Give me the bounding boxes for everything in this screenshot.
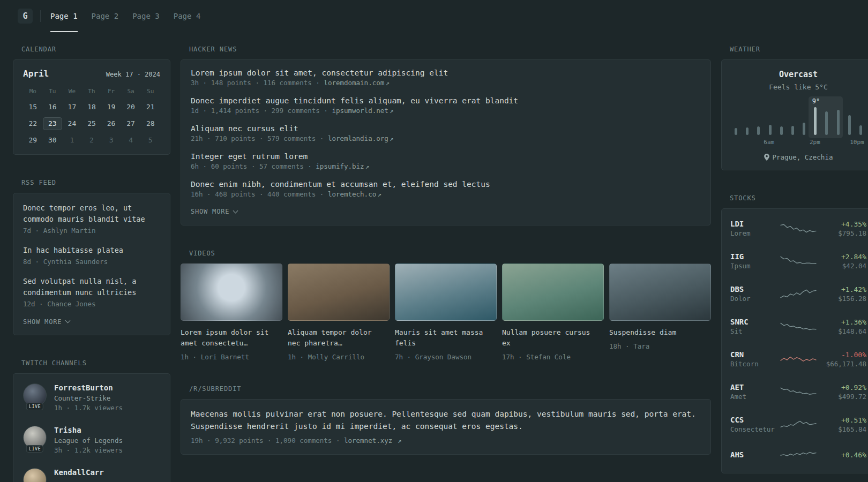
stock-values: +2.84%$42.04 [821, 253, 866, 270]
stock-row[interactable]: CCSConsectetur+0.51%$165.84 [730, 408, 866, 441]
subreddit-post-title[interactable]: Maecenas mollis pulvinar erat non posuer… [191, 408, 701, 433]
hn-item-source-link[interactable]: ipsumworld.net [332, 107, 388, 115]
hacker-news-widget-title: HACKER NEWS [189, 46, 711, 53]
video-title[interactable]: Lorem ipsum dolor sit amet consectetu… [181, 327, 282, 349]
hn-item-info: 21h · 710 points · 579 comments · [191, 134, 328, 142]
app-logo[interactable]: G [18, 9, 33, 24]
calendar-day: 2 [82, 134, 102, 147]
twitch-channel-name[interactable]: KendallCarr [54, 468, 104, 477]
chevron-down-icon [233, 208, 238, 213]
video-card[interactable]: Suspendisse diam18h · Tara [609, 263, 711, 361]
hn-item-source-link[interactable]: ipsumify.biz [316, 162, 364, 170]
stock-row[interactable]: LDILorem+4.35%$795.18 [730, 212, 866, 245]
twitch-channel[interactable]: LIVEForrestBurtonCounter-Strike1h · 1.7k… [23, 383, 160, 412]
rss-show-more-button[interactable]: SHOW MORE [23, 318, 160, 326]
avatar [23, 468, 47, 482]
dashboard: CALENDAR April Week 17 · 2024 MoTuWeThFr… [0, 32, 868, 482]
hn-item: Donec enim nibh, condimentum et accumsan… [191, 180, 701, 198]
twitch-channel-info: ForrestBurtonCounter-Strike1h · 1.7k vie… [54, 383, 123, 412]
stock-values: +1.36%$148.64 [821, 318, 866, 335]
video-meta: 1h · Molly Carrillo [288, 353, 390, 361]
calendar-day: 23 [43, 117, 63, 130]
stock-row[interactable]: CRNBitcorn-1.00%$66,171.48 [730, 343, 866, 375]
hn-item-title[interactable]: Lorem ipsum dolor sit amet, consectetur … [191, 69, 701, 77]
hn-show-more-button[interactable]: SHOW MORE [191, 208, 701, 215]
stock-symbol: IIG [730, 252, 775, 261]
video-title[interactable]: Mauris sit amet massa felis [395, 327, 497, 349]
external-link-icon [377, 190, 381, 198]
video-thumbnail[interactable] [502, 263, 604, 321]
video-thumbnail[interactable] [395, 263, 497, 321]
twitch-channel-game[interactable]: League of Legends [54, 436, 123, 445]
calendar-day: 4 [121, 134, 141, 147]
live-badge: LIVE [26, 445, 43, 453]
avatar-image [23, 468, 47, 482]
video-card[interactable]: Nullam posuere cursus ex17h · Stefan Col… [502, 263, 604, 361]
tab-page-4[interactable]: Page 4 [174, 0, 201, 32]
hn-item-source-link[interactable]: loremtech.co [328, 190, 376, 198]
stock-change: -1.00% [821, 351, 866, 359]
hn-item-title[interactable]: Donec imperdiet augue tincidunt felis al… [191, 96, 701, 105]
hn-item-title[interactable]: Donec enim nibh, condimentum et accumsan… [191, 180, 701, 189]
stock-row[interactable]: IIGIpsum+2.84%$42.04 [730, 245, 866, 277]
stock-price: $148.64 [821, 327, 866, 335]
calendar-day-header: Su [140, 86, 160, 97]
rss-item-title[interactable]: Sed volutpat nulla nisl, a condimentum n… [23, 276, 160, 298]
video-title[interactable]: Aliquam tempor dolor nec pharetra… [288, 327, 390, 349]
twitch-channel-game[interactable]: Counter-Strike [54, 394, 123, 402]
stock-values: +1.42%$156.28 [821, 285, 866, 303]
hn-item-title[interactable]: Integer eget rutrum lorem [191, 152, 701, 161]
tab-page-3[interactable]: Page 3 [132, 0, 160, 32]
calendar-day: 17 [62, 101, 82, 114]
stock-id: CCSConsectetur [730, 416, 775, 433]
stock-sparkline-chart [780, 320, 817, 334]
stock-sparkline [780, 287, 817, 301]
weather-condition: Overcast [730, 70, 866, 79]
subreddit-post-source-link[interactable]: loremnet.xyz [344, 436, 392, 445]
stock-price: $165.84 [821, 425, 866, 433]
hn-item-source-link[interactable]: loremdomain.com [324, 79, 384, 87]
weather-bar [825, 111, 828, 135]
weather-card: Overcast Feels like 5°C 6am2pm10pm 9° Pr… [721, 59, 868, 170]
rss-item-title[interactable]: Donec tempor eros leo, ut commodo mauris… [23, 202, 160, 225]
weather-bar [735, 128, 737, 135]
weather-bar [746, 127, 749, 135]
video-thumbnail[interactable] [181, 263, 282, 321]
twitch-channel-name[interactable]: ForrestBurton [54, 383, 123, 392]
stock-symbol: LDI [730, 220, 775, 228]
calendar-day: 3 [101, 134, 121, 147]
avatar: LIVE [23, 383, 47, 407]
calendar-week-label: Week 17 · 2024 [106, 71, 160, 78]
calendar-day: 21 [140, 101, 160, 114]
video-thumbnail[interactable] [288, 263, 390, 321]
stock-values: +4.35%$795.18 [821, 220, 866, 237]
twitch-channel[interactable]: KendallCarr [23, 468, 160, 482]
hn-item-meta: 3h · 148 points · 116 comments · loremdo… [191, 79, 701, 87]
twitch-channel-name[interactable]: Trisha [54, 426, 123, 434]
stock-row[interactable]: DBSDolor+1.42%$156.28 [730, 277, 866, 310]
stock-row[interactable]: SNRCSit+1.36%$148.64 [730, 310, 866, 343]
video-meta: 1h · Lori Barnett [181, 353, 282, 361]
twitch-channel[interactable]: LIVETrishaLeague of Legends3h · 1.2k vie… [23, 426, 160, 454]
video-card[interactable]: Aliquam tempor dolor nec pharetra…1h · M… [288, 263, 390, 361]
stock-row[interactable]: AETAmet+0.92%$499.72 [730, 375, 866, 408]
calendar-day: 5 [140, 134, 160, 147]
rss-item-title[interactable]: In hac habitasse platea [23, 245, 160, 256]
subreddit-post-meta: 19h · 9,932 points · 1,090 comments · lo… [191, 436, 701, 445]
stock-price: $795.18 [821, 229, 866, 237]
video-meta: 17h · Stefan Cole [502, 353, 604, 361]
hn-item-title[interactable]: Aliquam nec cursus elit [191, 124, 701, 133]
video-title[interactable]: Suspendisse diam [609, 327, 711, 338]
hn-item-source-link[interactable]: loremlandia.org [328, 134, 388, 142]
tab-page-2[interactable]: Page 2 [92, 0, 119, 32]
stock-row[interactable]: AHS+0.46% [730, 441, 866, 470]
video-card[interactable]: Lorem ipsum dolor sit amet consectetu…1h… [181, 263, 282, 361]
video-card[interactable]: Mauris sit amet massa felis7h · Grayson … [395, 263, 497, 361]
stock-price: $156.28 [821, 295, 866, 303]
tab-page-1[interactable]: Page 1 [50, 0, 78, 32]
weather-bar [769, 125, 772, 135]
video-title[interactable]: Nullam posuere cursus ex [502, 327, 604, 349]
stock-change: +0.92% [821, 383, 866, 391]
middle-column: HACKER NEWS Lorem ipsum dolor sit amet, … [181, 46, 711, 479]
video-thumbnail[interactable] [609, 263, 711, 321]
